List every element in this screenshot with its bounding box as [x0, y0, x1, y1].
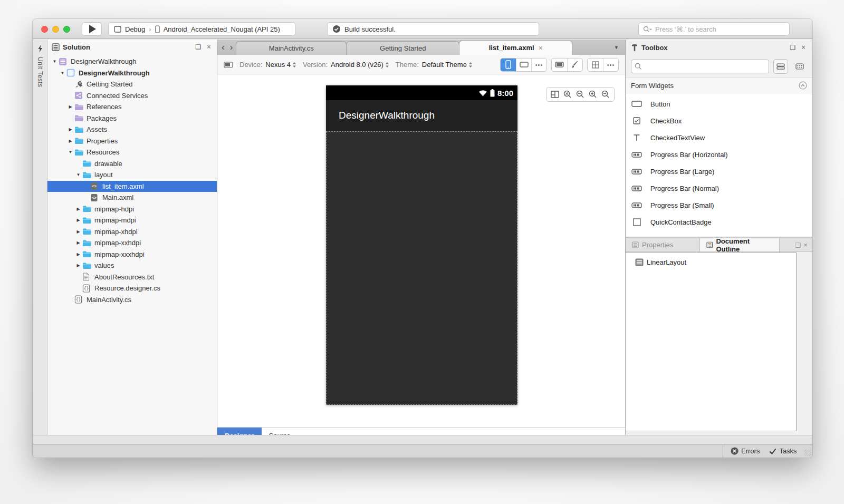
tab-document-outline[interactable]: Document Outline	[699, 238, 780, 251]
tab-properties[interactable]: Properties	[626, 238, 699, 251]
folder-blue-icon	[74, 137, 85, 145]
tab-overflow-menu-icon[interactable]: ▼	[614, 45, 619, 50]
solution-pad-header: Solution ❑ ×	[47, 40, 217, 54]
collapse-section-icon[interactable]	[799, 81, 807, 90]
toolbox-item[interactable]: Progress Bar (Normal)	[626, 180, 812, 197]
tree-item[interactable]: ▼layout	[47, 169, 217, 181]
tree-item[interactable]: <>list_item.axml	[47, 181, 217, 192]
chevron-right-icon[interactable]: ▶	[74, 252, 82, 257]
toolbox-item[interactable]: Progress Bar (Small)	[626, 197, 812, 214]
run-configuration-selector[interactable]: Debug › Android_Accelerated_Nougat (API …	[108, 22, 295, 36]
global-search-input[interactable]: Press ‘⌘.’ to search	[638, 22, 790, 36]
chevron-right-icon[interactable]: ▶	[74, 240, 82, 245]
more-grid-options-button[interactable]: •••	[603, 59, 618, 71]
tree-item[interactable]: ▶Assets	[47, 124, 217, 135]
tree-item[interactable]: ▶mipmap-xxhdpi	[47, 237, 217, 249]
toolbox-item[interactable]: Progress Bar (Large)	[626, 163, 812, 180]
chevron-right-icon[interactable]: ▶	[66, 104, 74, 109]
linearlayout-design-region[interactable]	[326, 131, 517, 405]
close-window-button[interactable]	[41, 26, 48, 33]
dock-pad-icon[interactable]: ❑	[195, 43, 202, 51]
chevron-right-icon[interactable]: ▶	[74, 263, 82, 268]
toolbox-item[interactable]: CheckBox	[626, 112, 812, 129]
tree-item[interactable]: <>Main.axml	[47, 192, 217, 203]
zoom-window-button[interactable]	[63, 26, 70, 33]
toolbox-item[interactable]: Button	[626, 95, 812, 112]
toolbox-item[interactable]: Progress Bar (Horizontal)	[626, 146, 812, 163]
zoom-out-button[interactable]	[599, 88, 612, 101]
tree-item[interactable]: Getting Started	[47, 79, 217, 90]
design-surface[interactable]: 8:00 DesignerWalkthrough	[217, 75, 625, 427]
list-view-button[interactable]	[773, 59, 788, 74]
version-dropdown[interactable]: Android 8.0 (v26)	[331, 61, 389, 69]
tree-item-label: mipmap-hdpi	[94, 205, 134, 213]
errors-icon	[731, 447, 738, 455]
tree-item[interactable]: ▼DesignerWalkthrough	[47, 67, 217, 79]
close-tab-icon[interactable]: ×	[539, 44, 543, 52]
unit-tests-side-tab[interactable]: Unit Tests	[33, 40, 47, 444]
landscape-orientation-button[interactable]	[516, 59, 531, 71]
chevron-down-icon[interactable]: ▼	[51, 59, 59, 64]
chevron-down-icon[interactable]: ▼	[66, 150, 74, 154]
toggle-device-frame-button[interactable]	[549, 88, 561, 101]
toolbox-item[interactable]: CheckedTextView	[626, 129, 812, 146]
device-dropdown[interactable]: Nexus 4	[265, 61, 296, 69]
navigate-forward-button[interactable]: ›	[230, 43, 233, 52]
actual-size-button[interactable]	[574, 88, 587, 101]
dock-pad-icon[interactable]: ❑	[794, 241, 802, 249]
tree-item[interactable]: ▶mipmap-xhdpi	[47, 226, 217, 238]
folder-blue-icon	[82, 261, 93, 270]
tree-item[interactable]: ▶Properties	[47, 135, 217, 147]
more-orientation-options-button[interactable]: •••	[531, 59, 546, 71]
titlebar[interactable]: Debug › Android_Accelerated_Nougat (API …	[33, 19, 812, 39]
tree-item[interactable]: AboutResources.txt	[47, 272, 217, 283]
tree-item[interactable]: Connected Services	[47, 90, 217, 102]
chevron-down-icon[interactable]: ▼	[74, 172, 82, 177]
outline-node-linearlayout[interactable]: LinearLayout	[626, 256, 796, 268]
layout-grid-button[interactable]	[588, 59, 603, 71]
tab-getting-started[interactable]: Getting Started	[346, 41, 459, 55]
tree-item[interactable]: ▶values	[47, 260, 217, 272]
tree-item[interactable]: ▶mipmap-mdpi	[47, 215, 217, 226]
tree-item[interactable]: ▼DesignerWalkthrough	[47, 56, 217, 67]
tree-item[interactable]: Packages	[47, 113, 217, 124]
toolbox-section-header[interactable]: Form Widgets	[626, 77, 812, 93]
tree-item[interactable]: {}MainActivity.cs	[47, 294, 217, 306]
android-device-preview[interactable]: 8:00 DesignerWalkthrough	[326, 85, 517, 405]
portrait-orientation-button[interactable]	[501, 59, 516, 71]
tree-item[interactable]: drawable	[47, 158, 217, 170]
folder-purple-icon	[74, 103, 85, 111]
tasks-button[interactable]: Tasks	[769, 447, 797, 455]
toolbox-search-input[interactable]	[631, 60, 769, 73]
dock-pad-icon[interactable]: ❑	[789, 44, 797, 51]
tree-item[interactable]: ▼Resources	[47, 147, 217, 158]
close-pad-icon[interactable]: ×	[800, 44, 807, 51]
svg-text:{}: {}	[76, 297, 81, 302]
close-pad-icon[interactable]: ×	[205, 43, 213, 51]
close-pad-icon[interactable]: ×	[802, 241, 809, 249]
zoom-in-button[interactable]	[587, 88, 599, 101]
chevron-down-icon[interactable]: ▼	[59, 71, 66, 75]
chevron-right-icon[interactable]: ▶	[66, 139, 74, 143]
zoom-to-fit-button[interactable]	[561, 88, 574, 101]
chevron-right-icon[interactable]: ▶	[74, 218, 82, 222]
resize-grip[interactable]	[804, 450, 811, 456]
grid-view-button[interactable]	[792, 59, 807, 74]
tab-list-item-axml[interactable]: list_item.axml ×	[459, 40, 572, 55]
chevron-right-icon[interactable]: ▶	[74, 229, 82, 234]
run-button[interactable]	[82, 22, 102, 36]
theme-brush-button[interactable]	[567, 59, 582, 71]
toolbox-item[interactable]: QuickContactBadge	[626, 214, 812, 230]
tree-item[interactable]: ▶References	[47, 101, 217, 113]
minimize-window-button[interactable]	[52, 26, 59, 33]
errors-button[interactable]: Errors	[731, 447, 760, 455]
theme-dropdown[interactable]: Default Theme	[422, 61, 473, 69]
chevron-right-icon[interactable]: ▶	[66, 127, 74, 132]
screen-settings-button[interactable]	[552, 59, 567, 71]
chevron-right-icon[interactable]: ▶	[74, 207, 82, 211]
navigate-back-button[interactable]: ‹	[222, 43, 225, 52]
tree-item[interactable]: {}Resource.designer.cs	[47, 283, 217, 294]
tab-mainactivity[interactable]: MainActivity.cs	[236, 41, 347, 55]
tree-item[interactable]: ▶mipmap-xxxhdpi	[47, 249, 217, 260]
tree-item[interactable]: ▶mipmap-hdpi	[47, 203, 217, 215]
